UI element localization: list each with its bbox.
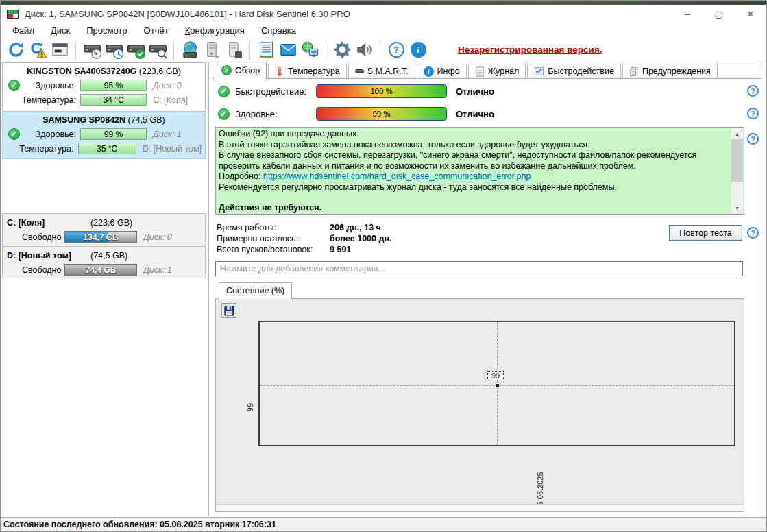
- performance-label: Быстродействие:: [235, 86, 316, 97]
- info-icon[interactable]: i: [407, 40, 429, 60]
- remaining-label: Примерно осталось:: [217, 234, 330, 245]
- message-help-icon[interactable]: ?: [747, 133, 759, 145]
- tab-info[interactable]: i Инфо: [417, 64, 467, 79]
- free-space-value: 74,4 GB: [65, 265, 136, 275]
- tab-label: Инфо: [437, 66, 460, 76]
- disk-gauge-icon[interactable]: [81, 40, 103, 60]
- start-stop-row: Всего пусков/остановок: 9 591: [217, 245, 351, 256]
- network-monitor-icon[interactable]: [299, 40, 321, 60]
- save-chart-button[interactable]: [221, 303, 236, 318]
- free-space-value: 134,7 GB: [65, 232, 136, 242]
- scroll-up-icon[interactable]: ▲: [731, 128, 743, 139]
- performance-rating: Отлично: [456, 86, 494, 97]
- performance-help-icon[interactable]: ?: [747, 85, 759, 97]
- message-line: Ошибки (92) при передаче данных.: [219, 129, 731, 140]
- disk-volume: D: [Новый том]: [143, 144, 202, 154]
- alerts-pages-icon: [629, 66, 639, 77]
- disk-size: (223,6 GB): [139, 66, 181, 76]
- temp-label: Температура:: [21, 95, 80, 105]
- tab-performance[interactable]: Быстродействие: [527, 64, 621, 79]
- details-link[interactable]: https://www.hdsentinel.com/hard_disk_cas…: [263, 171, 531, 181]
- maximize-button[interactable]: ▢: [703, 5, 735, 23]
- data-point-label: 99: [487, 371, 504, 380]
- refresh-warning-icon[interactable]: [27, 40, 49, 60]
- tab-label: Предупреждения: [642, 66, 711, 76]
- disk-card-kingston[interactable]: KINGSTON SA400S37240G (223,6 GB) ✓ Здоро…: [2, 62, 206, 110]
- free-label: Свободно: [22, 265, 64, 275]
- network-disk-icon[interactable]: [179, 40, 201, 60]
- health-bar: 99 %: [316, 107, 447, 121]
- menu-view[interactable]: Просмотр: [78, 24, 135, 37]
- power-on-row: Время работы: 206 дн., 13 ч: [217, 223, 381, 234]
- panel-divider: [208, 62, 209, 516]
- retest-button[interactable]: Повтор теста: [669, 225, 742, 241]
- overview-panel: ✓ Быстродействие: 100 % Отлично ? ✓ Здор…: [212, 78, 762, 516]
- disk-health-row: ✓ Здоровье: 99 % Диск: 1: [6, 127, 202, 141]
- unregistered-version-link[interactable]: Незарегистрированная версия.: [458, 45, 602, 55]
- report-window-icon[interactable]: [49, 40, 71, 60]
- temp-bar: 35 °C: [78, 143, 136, 154]
- state-plot-area: 99 99 05.08.2025: [258, 321, 735, 446]
- disk-card-samsung[interactable]: SAMSUNG SP0842N (74,5 GB) ✓ Здоровье: 99…: [2, 111, 206, 159]
- disk-search-icon[interactable]: [147, 40, 169, 60]
- disk-dock-icon[interactable]: [223, 40, 245, 60]
- disk-number: Диск: 0: [143, 232, 172, 242]
- message-scrollbar[interactable]: ▲ ▼: [731, 128, 743, 213]
- menu-help[interactable]: Справка: [253, 24, 304, 37]
- scroll-down-icon[interactable]: ▼: [731, 202, 743, 213]
- status-message-box: Ошибки (92) при передаче данных. В этой …: [215, 127, 744, 215]
- chart-horizontal-scrollbar[interactable]: [216, 504, 744, 511]
- message-line: В этой точке гарантийная замена пока нев…: [219, 140, 731, 151]
- disk-clock-icon[interactable]: [103, 40, 125, 60]
- menu-bar: Файл Диск Просмотр Отчёт Конфигурация Сп…: [1, 23, 766, 38]
- thermometer-icon: [275, 66, 284, 77]
- performance-bar: 100 %: [316, 84, 447, 98]
- panel-divider-right: [762, 62, 762, 516]
- disk-check-icon[interactable]: [125, 40, 147, 60]
- message-line: Рекомендуется регулярно просматривать жу…: [219, 182, 731, 193]
- tab-log[interactable]: Журнал: [468, 64, 526, 79]
- comment-input[interactable]: [215, 261, 743, 276]
- tab-label: Журнал: [488, 66, 520, 76]
- menu-file[interactable]: Файл: [4, 24, 42, 37]
- partition-card-d[interactable]: D: [Новый том] (74,5 GB) Свободно 74,4 G…: [2, 246, 206, 278]
- health-help-icon[interactable]: ?: [747, 108, 759, 119]
- tab-smart[interactable]: S.M.A.R.T.: [348, 64, 415, 79]
- close-button[interactable]: ✕: [735, 5, 766, 23]
- menu-report[interactable]: Отчёт: [136, 24, 177, 37]
- retest-help-icon[interactable]: ?: [747, 227, 759, 239]
- health-ok-icon: ✓: [8, 80, 20, 91]
- disk-name: KINGSTON SA400S37240G: [27, 66, 136, 76]
- partition-name: D: [Новый том]: [7, 251, 90, 261]
- disk-health-row: ✓ Здоровье: 95 % Диск: 0: [6, 78, 202, 93]
- power-on-value: 206 дн., 13 ч: [330, 223, 381, 234]
- details-prefix: Подробно:: [219, 171, 263, 181]
- settings-gear-icon[interactable]: [331, 40, 353, 60]
- status-message-text: Ошибки (92) при передаче данных. В этой …: [219, 129, 731, 213]
- partition-size: (223,6 GB): [90, 218, 132, 228]
- refresh-icon[interactable]: [5, 40, 27, 60]
- menu-disk[interactable]: Диск: [42, 24, 78, 37]
- partition-name: C: [Коля]: [7, 218, 90, 228]
- free-space-bar: 134,7 GB: [64, 231, 137, 243]
- minimize-button[interactable]: –: [672, 5, 703, 23]
- disk-plug-icon[interactable]: [201, 40, 223, 60]
- power-on-label: Время работы:: [217, 223, 330, 234]
- disk-number: Диск: 1: [153, 130, 182, 139]
- tab-bar: ✓ Обзор Температура S.M.A.R.T. i Инфо Жу…: [215, 62, 719, 79]
- partition-card-c[interactable]: C: [Коля] (223,6 GB) Свободно 134,7 GB Д…: [2, 213, 206, 245]
- help-icon[interactable]: ?: [385, 40, 407, 60]
- mail-icon[interactable]: [277, 40, 299, 60]
- sound-icon[interactable]: [353, 40, 375, 60]
- tab-alerts[interactable]: Предупреждения: [622, 64, 718, 79]
- menu-configuration[interactable]: Конфигурация: [177, 24, 253, 37]
- chart-tab-state[interactable]: Состояние (%): [219, 282, 292, 299]
- tab-temperature[interactable]: Температура: [268, 64, 347, 79]
- notepad-icon[interactable]: [255, 40, 277, 60]
- remaining-value: более 1000 дн.: [330, 234, 391, 245]
- disk-temp-row: Температура: 34 °C C: [Коля]: [6, 93, 202, 107]
- crosshair-vertical: [497, 322, 498, 445]
- health-bar: 95 %: [80, 80, 147, 91]
- tab-overview[interactable]: ✓ Обзор: [215, 62, 267, 79]
- scroll-thumb[interactable]: [731, 139, 743, 182]
